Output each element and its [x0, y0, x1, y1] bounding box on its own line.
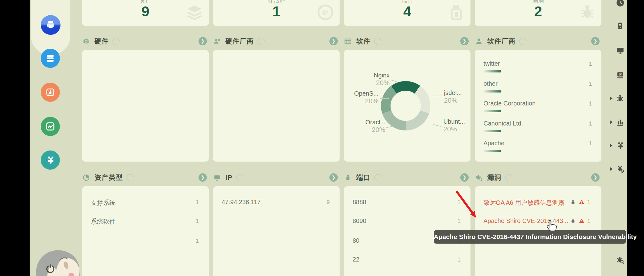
donut-label-jsdelivr: jsdel...20%: [444, 89, 462, 105]
vendor-person-icon: [213, 37, 221, 45]
loading-spinner-icon: [518, 36, 528, 47]
expand-triangle-icon: [610, 120, 613, 124]
software-vendor-card: twitter 1 other 1 Oracle Corporation 1 C…: [475, 50, 601, 162]
port-number: 22: [353, 256, 359, 263]
plug-icon: [447, 3, 466, 22]
bug-icon: [578, 3, 596, 22]
loading-spinner-icon: [373, 172, 383, 183]
leader-line: [380, 98, 389, 99]
asset-type-value: 1: [186, 237, 199, 244]
sidebar-item-assets[interactable]: [41, 49, 60, 68]
ip-badge-icon[interactable]: [616, 70, 625, 80]
section-header-port: 端口 ❯: [344, 172, 470, 183]
vendor-bar: [483, 130, 501, 132]
stat-card-assets: 资产 9: [82, 0, 209, 26]
vulnerability-tooltip: Apache Shiro CVE-2016-4437 Information D…: [434, 230, 626, 244]
vendor-bar: [483, 90, 501, 93]
vendor-value: 1: [580, 120, 592, 127]
server-list-icon: [45, 53, 56, 64]
warning-icon: [579, 218, 585, 224]
section-header-software-vendor: 软件厂商 ❯: [475, 36, 601, 47]
section-title: 端口: [356, 173, 370, 182]
leader-line: [433, 96, 442, 96]
expand-port-button[interactable]: ❯: [460, 173, 469, 182]
sidebar-item-plugins[interactable]: [41, 150, 60, 170]
section-header-vulnerability: 漏洞 ❯: [475, 172, 601, 183]
expand-hardware-button[interactable]: ❯: [199, 37, 207, 45]
asset-type-value: 1: [186, 199, 199, 206]
vendor-value: 1: [580, 60, 592, 67]
ip-card: 47.94.236.117 9: [213, 186, 340, 276]
expand-triangle-icon: [610, 167, 613, 171]
vulnerability-count: 1: [587, 199, 591, 206]
clock-icon[interactable]: [616, 0, 625, 7]
section-header-hardware-vendor: 硬件厂商 ❯: [213, 36, 340, 47]
person-icon: [475, 37, 483, 45]
section-header-ip: IP ❯: [213, 172, 340, 183]
bug-search-icon: [475, 174, 483, 182]
puzzle-icon[interactable]: [616, 141, 625, 150]
donut-label-ubuntu: Ubunt...20%: [443, 118, 465, 133]
red-arrow-annotation: [454, 189, 483, 222]
section-title: IP: [225, 174, 232, 182]
vendor-bar: [483, 70, 501, 72]
sidebar-item-scan[interactable]: [41, 83, 60, 102]
loading-spinner-icon: [125, 172, 136, 183]
sidebar-item-reports[interactable]: [41, 117, 60, 136]
expand-software-vendor-button[interactable]: ❯: [591, 37, 600, 45]
server-tower-icon[interactable]: [616, 21, 625, 31]
vendor-bar: [483, 110, 501, 112]
port-number: 8888: [353, 199, 366, 206]
hardware-vendor-card: [213, 50, 340, 162]
expand-ip-button[interactable]: ❯: [329, 173, 338, 182]
software-window-icon: [344, 37, 352, 45]
donut-label-oracle: Oracl...20%: [366, 119, 385, 134]
asset-type-name: 支撑系统: [91, 199, 115, 207]
asset-type-card: 支撑系统 1 系统软件 1 1: [82, 186, 209, 276]
section-title: 软件: [356, 37, 370, 46]
section-title: 漏洞: [487, 173, 501, 182]
bar-chart-icon[interactable]: [616, 117, 625, 127]
port-number: 80: [353, 237, 359, 244]
puzzle-icon: [45, 155, 56, 165]
loading-spinner-icon: [111, 36, 121, 47]
dashboard-screen: { "colors": { "page_bg": "#d9ddc1", "car…: [0, 0, 644, 276]
vulnerability-link[interactable]: 致远OA A6 用户敏感信息泄露: [483, 199, 564, 207]
asset-type-name: 系统软件: [91, 217, 115, 226]
loading-spinner-icon: [373, 36, 383, 47]
vendor-bar: [483, 150, 501, 152]
vendor-value: 1: [580, 80, 592, 87]
vulnerability-count: 1: [587, 218, 591, 225]
lock-icon: [570, 199, 576, 205]
vendor-value: 1: [580, 140, 592, 147]
asset-type-value: 1: [186, 218, 199, 225]
usb-plug-icon: [344, 174, 352, 182]
puzzle-gear-icon[interactable]: [616, 164, 625, 174]
sidebar-item-logo[interactable]: [41, 15, 61, 35]
monitor-icon[interactable]: [616, 46, 625, 55]
left-black-bar: [0, 0, 30, 276]
bug-icon[interactable]: [616, 94, 625, 103]
loading-spinner-icon: [235, 172, 245, 183]
stat-card-ports: 端口 4: [344, 0, 470, 26]
section-header-asset-type: 资产类型 ❯: [82, 172, 209, 183]
layers-icon: [185, 3, 204, 22]
expand-triangle-icon: [610, 97, 613, 100]
donut-hole: [391, 91, 421, 121]
expand-asset-type-button[interactable]: ❯: [199, 173, 207, 182]
expand-vulnerability-button[interactable]: ❯: [591, 173, 600, 182]
ip-address: 47.94.236.117: [222, 199, 261, 206]
stat-card-vulns: 漏洞 2: [475, 0, 601, 26]
chip-icon: [82, 37, 90, 45]
section-title: 硬件厂商: [225, 37, 254, 46]
line-chart-icon: [45, 121, 56, 132]
expand-hardware-vendor-button[interactable]: ❯: [329, 37, 338, 45]
power-button[interactable]: [45, 263, 56, 274]
mascot-illustration: [30, 234, 89, 276]
donut-label-nginx: Nginx20%: [374, 72, 390, 87]
vendor-name: Apache: [483, 140, 504, 147]
lock-icon: [570, 218, 576, 224]
expand-software-button[interactable]: ❯: [460, 37, 469, 45]
bug-search-icon[interactable]: [616, 255, 625, 265]
vendor-name: other: [483, 80, 498, 87]
